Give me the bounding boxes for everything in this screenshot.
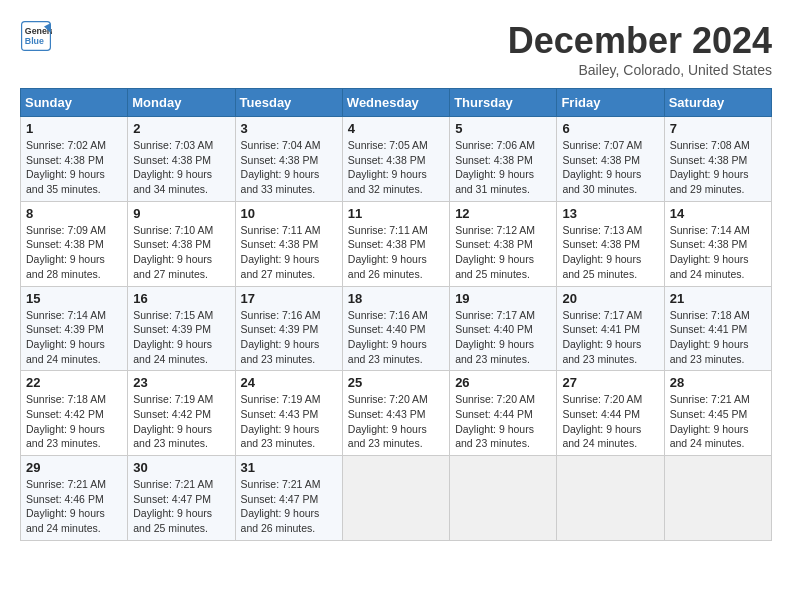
table-row: 6 Sunrise: 7:07 AM Sunset: 4:38 PM Dayli… (557, 117, 664, 202)
table-row: 26 Sunrise: 7:20 AM Sunset: 4:44 PM Dayl… (450, 371, 557, 456)
table-row (342, 456, 449, 541)
day-number: 29 (26, 460, 122, 475)
day-info: Sunrise: 7:11 AM Sunset: 4:38 PM Dayligh… (348, 223, 444, 282)
day-info: Sunrise: 7:08 AM Sunset: 4:38 PM Dayligh… (670, 138, 766, 197)
table-row: 4 Sunrise: 7:05 AM Sunset: 4:38 PM Dayli… (342, 117, 449, 202)
day-info: Sunrise: 7:12 AM Sunset: 4:38 PM Dayligh… (455, 223, 551, 282)
day-info: Sunrise: 7:11 AM Sunset: 4:38 PM Dayligh… (241, 223, 337, 282)
table-row: 31 Sunrise: 7:21 AM Sunset: 4:47 PM Dayl… (235, 456, 342, 541)
day-info: Sunrise: 7:17 AM Sunset: 4:41 PM Dayligh… (562, 308, 658, 367)
day-number: 17 (241, 291, 337, 306)
table-row: 9 Sunrise: 7:10 AM Sunset: 4:38 PM Dayli… (128, 201, 235, 286)
day-info: Sunrise: 7:21 AM Sunset: 4:46 PM Dayligh… (26, 477, 122, 536)
day-info: Sunrise: 7:20 AM Sunset: 4:44 PM Dayligh… (562, 392, 658, 451)
header-friday: Friday (557, 89, 664, 117)
table-row: 5 Sunrise: 7:06 AM Sunset: 4:38 PM Dayli… (450, 117, 557, 202)
header-monday: Monday (128, 89, 235, 117)
table-row (450, 456, 557, 541)
calendar-body: 1 Sunrise: 7:02 AM Sunset: 4:38 PM Dayli… (21, 117, 772, 541)
day-number: 19 (455, 291, 551, 306)
header-saturday: Saturday (664, 89, 771, 117)
table-row: 16 Sunrise: 7:15 AM Sunset: 4:39 PM Dayl… (128, 286, 235, 371)
day-info: Sunrise: 7:04 AM Sunset: 4:38 PM Dayligh… (241, 138, 337, 197)
table-row: 11 Sunrise: 7:11 AM Sunset: 4:38 PM Dayl… (342, 201, 449, 286)
header-wednesday: Wednesday (342, 89, 449, 117)
table-row: 29 Sunrise: 7:21 AM Sunset: 4:46 PM Dayl… (21, 456, 128, 541)
table-row: 27 Sunrise: 7:20 AM Sunset: 4:44 PM Dayl… (557, 371, 664, 456)
table-row: 18 Sunrise: 7:16 AM Sunset: 4:40 PM Dayl… (342, 286, 449, 371)
table-row: 3 Sunrise: 7:04 AM Sunset: 4:38 PM Dayli… (235, 117, 342, 202)
day-number: 16 (133, 291, 229, 306)
table-row: 17 Sunrise: 7:16 AM Sunset: 4:39 PM Dayl… (235, 286, 342, 371)
day-info: Sunrise: 7:20 AM Sunset: 4:43 PM Dayligh… (348, 392, 444, 451)
svg-text:Blue: Blue (25, 36, 44, 46)
day-number: 10 (241, 206, 337, 221)
day-info: Sunrise: 7:21 AM Sunset: 4:47 PM Dayligh… (241, 477, 337, 536)
table-row: 28 Sunrise: 7:21 AM Sunset: 4:45 PM Dayl… (664, 371, 771, 456)
day-number: 24 (241, 375, 337, 390)
table-row: 10 Sunrise: 7:11 AM Sunset: 4:38 PM Dayl… (235, 201, 342, 286)
month-title: December 2024 (508, 20, 772, 62)
day-info: Sunrise: 7:18 AM Sunset: 4:42 PM Dayligh… (26, 392, 122, 451)
day-number: 30 (133, 460, 229, 475)
day-info: Sunrise: 7:21 AM Sunset: 4:45 PM Dayligh… (670, 392, 766, 451)
day-info: Sunrise: 7:17 AM Sunset: 4:40 PM Dayligh… (455, 308, 551, 367)
table-row: 23 Sunrise: 7:19 AM Sunset: 4:42 PM Dayl… (128, 371, 235, 456)
table-row: 12 Sunrise: 7:12 AM Sunset: 4:38 PM Dayl… (450, 201, 557, 286)
header-thursday: Thursday (450, 89, 557, 117)
day-info: Sunrise: 7:03 AM Sunset: 4:38 PM Dayligh… (133, 138, 229, 197)
day-number: 7 (670, 121, 766, 136)
day-info: Sunrise: 7:07 AM Sunset: 4:38 PM Dayligh… (562, 138, 658, 197)
day-info: Sunrise: 7:14 AM Sunset: 4:39 PM Dayligh… (26, 308, 122, 367)
day-info: Sunrise: 7:13 AM Sunset: 4:38 PM Dayligh… (562, 223, 658, 282)
day-info: Sunrise: 7:19 AM Sunset: 4:43 PM Dayligh… (241, 392, 337, 451)
day-number: 14 (670, 206, 766, 221)
table-row (664, 456, 771, 541)
day-number: 25 (348, 375, 444, 390)
day-number: 18 (348, 291, 444, 306)
table-row: 24 Sunrise: 7:19 AM Sunset: 4:43 PM Dayl… (235, 371, 342, 456)
table-row: 15 Sunrise: 7:14 AM Sunset: 4:39 PM Dayl… (21, 286, 128, 371)
day-info: Sunrise: 7:10 AM Sunset: 4:38 PM Dayligh… (133, 223, 229, 282)
logo: General Blue (20, 20, 52, 52)
day-number: 1 (26, 121, 122, 136)
day-info: Sunrise: 7:02 AM Sunset: 4:38 PM Dayligh… (26, 138, 122, 197)
day-info: Sunrise: 7:18 AM Sunset: 4:41 PM Dayligh… (670, 308, 766, 367)
day-info: Sunrise: 7:16 AM Sunset: 4:39 PM Dayligh… (241, 308, 337, 367)
day-number: 22 (26, 375, 122, 390)
location: Bailey, Colorado, United States (508, 62, 772, 78)
day-number: 26 (455, 375, 551, 390)
day-number: 31 (241, 460, 337, 475)
day-info: Sunrise: 7:06 AM Sunset: 4:38 PM Dayligh… (455, 138, 551, 197)
logo-icon: General Blue (20, 20, 52, 52)
header: General Blue December 2024 Bailey, Color… (20, 20, 772, 78)
table-row: 21 Sunrise: 7:18 AM Sunset: 4:41 PM Dayl… (664, 286, 771, 371)
day-number: 27 (562, 375, 658, 390)
day-number: 5 (455, 121, 551, 136)
day-number: 2 (133, 121, 229, 136)
day-info: Sunrise: 7:05 AM Sunset: 4:38 PM Dayligh… (348, 138, 444, 197)
header-sunday: Sunday (21, 89, 128, 117)
day-info: Sunrise: 7:14 AM Sunset: 4:38 PM Dayligh… (670, 223, 766, 282)
day-info: Sunrise: 7:09 AM Sunset: 4:38 PM Dayligh… (26, 223, 122, 282)
day-number: 9 (133, 206, 229, 221)
table-row: 13 Sunrise: 7:13 AM Sunset: 4:38 PM Dayl… (557, 201, 664, 286)
day-info: Sunrise: 7:20 AM Sunset: 4:44 PM Dayligh… (455, 392, 551, 451)
title-area: December 2024 Bailey, Colorado, United S… (508, 20, 772, 78)
day-info: Sunrise: 7:16 AM Sunset: 4:40 PM Dayligh… (348, 308, 444, 367)
table-row: 30 Sunrise: 7:21 AM Sunset: 4:47 PM Dayl… (128, 456, 235, 541)
table-row: 2 Sunrise: 7:03 AM Sunset: 4:38 PM Dayli… (128, 117, 235, 202)
day-number: 3 (241, 121, 337, 136)
header-tuesday: Tuesday (235, 89, 342, 117)
table-row: 22 Sunrise: 7:18 AM Sunset: 4:42 PM Dayl… (21, 371, 128, 456)
day-number: 4 (348, 121, 444, 136)
day-number: 28 (670, 375, 766, 390)
day-number: 11 (348, 206, 444, 221)
table-row: 14 Sunrise: 7:14 AM Sunset: 4:38 PM Dayl… (664, 201, 771, 286)
calendar-header: Sunday Monday Tuesday Wednesday Thursday… (21, 89, 772, 117)
day-info: Sunrise: 7:15 AM Sunset: 4:39 PM Dayligh… (133, 308, 229, 367)
day-number: 23 (133, 375, 229, 390)
day-number: 6 (562, 121, 658, 136)
table-row: 7 Sunrise: 7:08 AM Sunset: 4:38 PM Dayli… (664, 117, 771, 202)
day-number: 15 (26, 291, 122, 306)
